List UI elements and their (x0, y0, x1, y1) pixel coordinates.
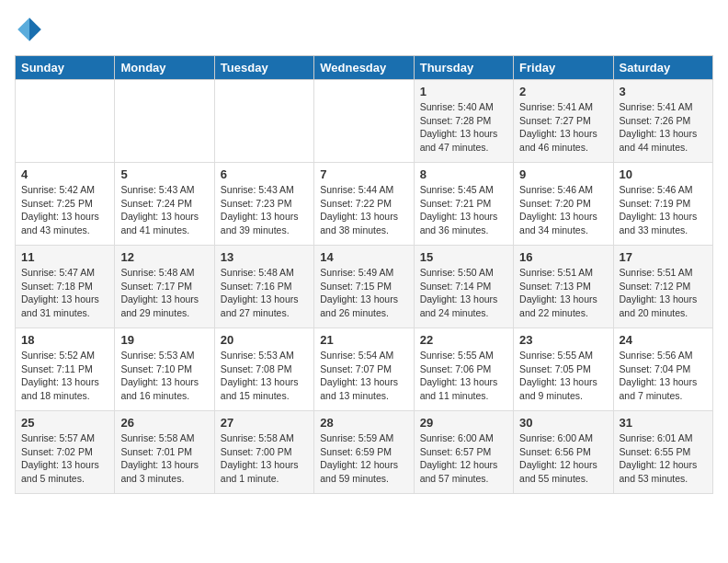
calendar-cell: 15Sunrise: 5:50 AM Sunset: 7:14 PM Dayli… (414, 246, 513, 328)
day-number: 11 (21, 250, 108, 264)
day-info: Sunrise: 5:58 AM Sunset: 7:01 PM Dayligh… (120, 431, 208, 486)
day-number: 4 (21, 167, 108, 181)
day-number: 21 (320, 333, 407, 347)
day-number: 29 (420, 416, 507, 430)
day-number: 3 (620, 85, 707, 98)
day-info: Sunrise: 5:53 AM Sunset: 7:10 PM Dayligh… (120, 349, 208, 403)
calendar-cell: 26Sunrise: 5:58 AM Sunset: 7:01 PM Dayli… (115, 411, 214, 494)
calendar-cell (115, 80, 214, 163)
day-number: 2 (519, 85, 607, 98)
day-info: Sunrise: 5:57 AM Sunset: 7:02 PM Dayligh… (21, 431, 108, 486)
weekday-header-wednesday: Wednesday (314, 56, 414, 80)
day-number: 7 (320, 167, 407, 181)
calendar-cell: 31Sunrise: 6:01 AM Sunset: 6:55 PM Dayli… (613, 411, 712, 494)
day-info: Sunrise: 5:51 AM Sunset: 7:12 PM Dayligh… (620, 266, 707, 320)
calendar-table: SundayMondayTuesdayWednesdayThursdayFrid… (15, 55, 713, 494)
calendar-cell: 24Sunrise: 5:56 AM Sunset: 7:04 PM Dayli… (613, 328, 712, 411)
day-number: 10 (620, 167, 707, 181)
calendar-cell: 7Sunrise: 5:44 AM Sunset: 7:22 PM Daylig… (314, 163, 414, 246)
calendar-week-5: 25Sunrise: 5:57 AM Sunset: 7:02 PM Dayli… (16, 411, 713, 494)
day-info: Sunrise: 5:50 AM Sunset: 7:14 PM Dayligh… (420, 266, 507, 320)
weekday-header-sunday: Sunday (16, 56, 115, 80)
calendar-cell: 29Sunrise: 6:00 AM Sunset: 6:57 PM Dayli… (414, 411, 513, 494)
calendar-cell: 17Sunrise: 5:51 AM Sunset: 7:12 PM Dayli… (613, 246, 712, 328)
calendar-cell: 10Sunrise: 5:46 AM Sunset: 7:19 PM Dayli… (613, 163, 712, 246)
calendar-cell: 30Sunrise: 6:00 AM Sunset: 6:56 PM Dayli… (514, 411, 613, 494)
day-number: 22 (420, 333, 507, 347)
day-number: 12 (120, 250, 208, 264)
day-info: Sunrise: 5:43 AM Sunset: 7:24 PM Dayligh… (120, 183, 208, 237)
day-info: Sunrise: 5:47 AM Sunset: 7:18 PM Dayligh… (21, 266, 108, 320)
day-info: Sunrise: 5:52 AM Sunset: 7:11 PM Dayligh… (21, 349, 108, 403)
day-info: Sunrise: 5:41 AM Sunset: 7:27 PM Dayligh… (519, 100, 607, 155)
day-number: 30 (519, 416, 607, 430)
weekday-header-monday: Monday (115, 56, 214, 80)
calendar-cell: 3Sunrise: 5:41 AM Sunset: 7:26 PM Daylig… (613, 80, 712, 163)
day-info: Sunrise: 5:53 AM Sunset: 7:08 PM Dayligh… (221, 349, 308, 403)
calendar-cell: 25Sunrise: 5:57 AM Sunset: 7:02 PM Dayli… (16, 411, 115, 494)
calendar-cell: 18Sunrise: 5:52 AM Sunset: 7:11 PM Dayli… (16, 328, 115, 411)
day-number: 26 (120, 416, 208, 430)
day-number: 15 (420, 250, 507, 264)
day-info: Sunrise: 5:42 AM Sunset: 7:25 PM Dayligh… (21, 183, 108, 237)
calendar-cell: 6Sunrise: 5:43 AM Sunset: 7:23 PM Daylig… (214, 163, 313, 246)
day-info: Sunrise: 5:41 AM Sunset: 7:26 PM Dayligh… (620, 100, 707, 155)
day-number: 27 (221, 416, 308, 430)
calendar-week-4: 18Sunrise: 5:52 AM Sunset: 7:11 PM Dayli… (16, 328, 713, 411)
calendar-cell: 21Sunrise: 5:54 AM Sunset: 7:07 PM Dayli… (314, 328, 414, 411)
day-info: Sunrise: 6:01 AM Sunset: 6:55 PM Dayligh… (620, 431, 707, 486)
calendar-cell: 2Sunrise: 5:41 AM Sunset: 7:27 PM Daylig… (514, 80, 613, 163)
calendar-cell: 8Sunrise: 5:45 AM Sunset: 7:21 PM Daylig… (414, 163, 513, 246)
day-info: Sunrise: 5:46 AM Sunset: 7:20 PM Dayligh… (519, 183, 607, 237)
day-number: 5 (120, 167, 208, 181)
calendar-cell: 22Sunrise: 5:55 AM Sunset: 7:06 PM Dayli… (414, 328, 513, 411)
calendar-cell: 13Sunrise: 5:48 AM Sunset: 7:16 PM Dayli… (214, 246, 313, 328)
day-number: 24 (620, 333, 707, 347)
day-info: Sunrise: 5:44 AM Sunset: 7:22 PM Dayligh… (320, 183, 407, 237)
day-number: 19 (120, 333, 208, 347)
day-info: Sunrise: 6:00 AM Sunset: 6:57 PM Dayligh… (420, 431, 507, 486)
weekday-header-tuesday: Tuesday (214, 56, 313, 80)
day-info: Sunrise: 6:00 AM Sunset: 6:56 PM Dayligh… (519, 431, 607, 486)
day-info: Sunrise: 5:51 AM Sunset: 7:13 PM Dayligh… (519, 266, 607, 320)
calendar-cell: 28Sunrise: 5:59 AM Sunset: 6:59 PM Dayli… (314, 411, 414, 494)
calendar-cell: 19Sunrise: 5:53 AM Sunset: 7:10 PM Dayli… (115, 328, 214, 411)
day-number: 23 (519, 333, 607, 347)
calendar-cell: 9Sunrise: 5:46 AM Sunset: 7:20 PM Daylig… (514, 163, 613, 246)
day-info: Sunrise: 5:48 AM Sunset: 7:16 PM Dayligh… (221, 266, 308, 320)
day-number: 25 (21, 416, 108, 430)
weekday-header-row: SundayMondayTuesdayWednesdayThursdayFrid… (16, 56, 713, 80)
calendar-cell (16, 80, 115, 163)
calendar-cell: 20Sunrise: 5:53 AM Sunset: 7:08 PM Dayli… (214, 328, 313, 411)
calendar-week-1: 1Sunrise: 5:40 AM Sunset: 7:28 PM Daylig… (16, 80, 713, 163)
calendar-week-3: 11Sunrise: 5:47 AM Sunset: 7:18 PM Dayli… (16, 246, 713, 328)
logo-icon (15, 15, 44, 44)
day-info: Sunrise: 5:49 AM Sunset: 7:15 PM Dayligh… (320, 266, 407, 320)
day-number: 17 (620, 250, 707, 264)
calendar-cell: 1Sunrise: 5:40 AM Sunset: 7:28 PM Daylig… (414, 80, 513, 163)
weekday-header-thursday: Thursday (414, 56, 513, 80)
day-number: 8 (420, 167, 507, 181)
calendar-cell (314, 80, 414, 163)
calendar-week-2: 4Sunrise: 5:42 AM Sunset: 7:25 PM Daylig… (16, 163, 713, 246)
svg-marker-0 (29, 17, 41, 41)
day-number: 9 (519, 167, 607, 181)
day-info: Sunrise: 5:40 AM Sunset: 7:28 PM Dayligh… (420, 100, 507, 155)
day-number: 6 (221, 167, 308, 181)
calendar-cell: 27Sunrise: 5:58 AM Sunset: 7:00 PM Dayli… (214, 411, 313, 494)
day-info: Sunrise: 5:48 AM Sunset: 7:17 PM Dayligh… (120, 266, 208, 320)
day-number: 18 (21, 333, 108, 347)
day-number: 31 (620, 416, 707, 430)
calendar-cell: 12Sunrise: 5:48 AM Sunset: 7:17 PM Dayli… (115, 246, 214, 328)
day-info: Sunrise: 5:45 AM Sunset: 7:21 PM Dayligh… (420, 183, 507, 237)
calendar-cell: 23Sunrise: 5:55 AM Sunset: 7:05 PM Dayli… (514, 328, 613, 411)
day-number: 1 (420, 85, 507, 98)
weekday-header-friday: Friday (514, 56, 613, 80)
calendar-cell: 11Sunrise: 5:47 AM Sunset: 7:18 PM Dayli… (16, 246, 115, 328)
calendar-cell: 14Sunrise: 5:49 AM Sunset: 7:15 PM Dayli… (314, 246, 414, 328)
svg-marker-1 (17, 17, 29, 41)
calendar-cell (214, 80, 313, 163)
weekday-header-saturday: Saturday (613, 56, 712, 80)
calendar-cell: 4Sunrise: 5:42 AM Sunset: 7:25 PM Daylig… (16, 163, 115, 246)
day-info: Sunrise: 5:56 AM Sunset: 7:04 PM Dayligh… (620, 349, 707, 403)
